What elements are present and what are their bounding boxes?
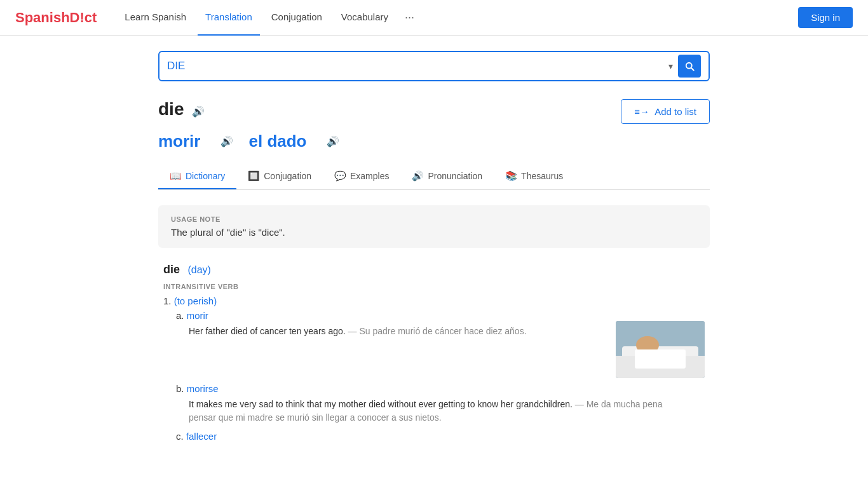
usage-note-text: The plural of "die" is "dice". (171, 227, 697, 238)
tab-thesaurus[interactable]: 📚 Thesaurus (494, 164, 574, 189)
speaker-morir-icon[interactable]: 🔊 (220, 135, 233, 147)
nav-links: Learn Spanish Translation Conjugation Vo… (117, 0, 798, 36)
def-c: c. fallecer (176, 431, 705, 442)
def-a-link[interactable]: morir (187, 310, 208, 321)
add-to-list-button[interactable]: ≡→ Add to list (621, 99, 710, 124)
tab-dictionary[interactable]: 📖 Dictionary (158, 164, 236, 189)
entry-word: die (163, 263, 180, 276)
tab-dictionary-label: Dictionary (186, 171, 225, 181)
example-a-en: Her father died of cancer ten years ago.… (189, 325, 593, 338)
def-c-label: c. fallecer (176, 431, 705, 442)
search-button[interactable] (678, 55, 701, 78)
thesaurus-icon: 📚 (505, 170, 517, 182)
speaker-eldado-icon[interactable]: 🔊 (327, 135, 339, 147)
add-to-list-icon: ≡→ (634, 106, 649, 117)
word-entry: die (day) INTRANSITIVE VERB 1. (to peris… (158, 263, 710, 442)
entry-header: die (day) (163, 263, 705, 276)
entry-pronunciation: (day) (187, 264, 210, 275)
translation-eldado[interactable]: el dado (248, 132, 306, 151)
search-icon (684, 60, 695, 72)
pos-label: INTRANSITIVE VERB (163, 283, 705, 290)
tab-examples[interactable]: 💬 Examples (323, 164, 400, 189)
logo-text: SpanishD!ct (15, 10, 97, 25)
conjugation-icon: 🔲 (248, 170, 260, 182)
translations: morir 🔊 el dado 🔊 (158, 132, 710, 151)
usage-note: USAGE NOTE The plural of "die" is "dice"… (158, 205, 710, 248)
dictionary-icon: 📖 (170, 170, 182, 182)
word-header: die 🔊 ≡→ Add to list (158, 99, 710, 124)
examples-icon: 💬 (334, 170, 346, 182)
add-to-list-label: Add to list (654, 106, 696, 117)
pronunciation-icon: 🔊 (412, 170, 424, 182)
def-c-link[interactable]: fallecer (186, 431, 217, 442)
example-a-es: Su padre murió de cáncer hace diez años. (359, 326, 526, 336)
tab-conjugation[interactable]: 🔲 Conjugation (236, 164, 323, 189)
translation-morir[interactable]: morir (158, 132, 200, 151)
example-b-en: It makes me very sad to think that my mo… (189, 398, 692, 424)
speaker-icon[interactable]: 🔊 (192, 105, 205, 118)
sense-gloss: (to perish) (174, 295, 217, 306)
search-bar: ▾ (158, 51, 710, 81)
def-a-label: a. morir (176, 310, 705, 321)
nav-more-button[interactable]: ··· (400, 7, 419, 28)
example-image (616, 321, 705, 378)
sense-number: 1. (to perish) (163, 295, 705, 306)
def-b-link[interactable]: morirse (187, 383, 219, 394)
tab-pronunciation-label: Pronunciation (428, 171, 482, 181)
tab-conjugation-label: Conjugation (264, 171, 311, 181)
def-a-example-text: Her father died of cancer ten years ago.… (176, 321, 606, 344)
def-a-example-container: Her father died of cancer ten years ago.… (176, 321, 705, 378)
search-input[interactable] (167, 60, 668, 72)
def-a: a. morir Her father died of cancer ten y… (176, 310, 705, 378)
navbar: SpanishD!ct Learn Spanish Translation Co… (0, 0, 868, 36)
def-b-label: b. morirse (176, 383, 705, 394)
main-content: ▾ die 🔊 ≡→ Add to list morir 🔊 el dado 🔊… (148, 36, 720, 467)
example-image-svg (616, 321, 705, 378)
def-b: b. morirse It makes me very sad to think… (176, 383, 705, 424)
signin-button[interactable]: Sign in (798, 7, 853, 28)
nav-vocabulary[interactable]: Vocabulary (334, 0, 396, 36)
svg-rect-4 (635, 349, 686, 369)
usage-note-label: USAGE NOTE (171, 215, 697, 223)
headword: die (158, 99, 184, 119)
nav-conjugation[interactable]: Conjugation (264, 0, 330, 36)
tab-pronunciation[interactable]: 🔊 Pronunciation (400, 164, 494, 189)
word-left: die 🔊 (158, 99, 205, 119)
nav-learn-spanish[interactable]: Learn Spanish (117, 0, 194, 36)
nav-translation[interactable]: Translation (198, 0, 260, 36)
chevron-down-icon[interactable]: ▾ (668, 61, 673, 71)
tab-thesaurus-label: Thesaurus (521, 171, 563, 181)
logo[interactable]: SpanishD!ct (15, 10, 97, 26)
tab-examples-label: Examples (350, 171, 389, 181)
sense-1: 1. (to perish) a. morir Her father died … (163, 295, 705, 442)
tabs: 📖 Dictionary 🔲 Conjugation 💬 Examples 🔊 … (158, 164, 710, 190)
